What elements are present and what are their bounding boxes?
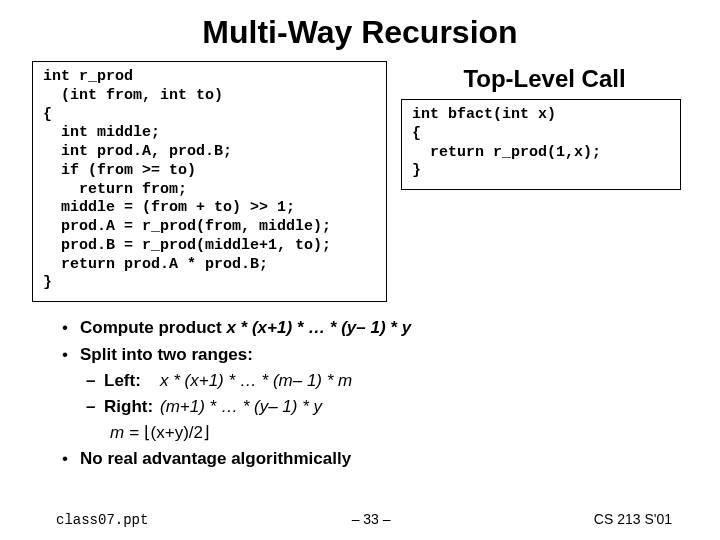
bullet-dot-icon: • — [62, 316, 80, 341]
sub-expr: (m+1) * … * (y– 1) * y — [160, 395, 322, 420]
code-right: int bfact(int x) { return r_prod(1,x); } — [412, 106, 670, 181]
bullet-compute: • Compute product x * (x+1) * … * (y– 1)… — [62, 316, 688, 341]
bullet-text: Compute product x * (x+1) * … * (y– 1) *… — [80, 316, 411, 341]
sub-label: Right: — [104, 395, 160, 420]
bullet-text: Split into two ranges: — [80, 343, 253, 368]
code-box-left: int r_prod (int from, int to) { int midd… — [32, 61, 387, 302]
subheading: Top-Level Call — [401, 65, 688, 93]
bullet-noreal: • No real advantage algorithmically — [62, 447, 688, 472]
footer-page: – 33 – — [352, 511, 391, 527]
m-prefix: m = — [110, 423, 144, 442]
sub-expr: x * (x+1) * … * (m– 1) * m — [160, 369, 352, 394]
right-column: Top-Level Call int bfact(int x) { return… — [401, 61, 688, 190]
footer-filename: class07.ppt — [56, 512, 148, 528]
dash-icon: – — [86, 395, 104, 420]
slide-title: Multi-Way Recursion — [32, 14, 688, 51]
sub-bullet-m: m = ⌊(x+y)/2⌋ — [110, 421, 688, 446]
dash-icon: – — [86, 369, 104, 394]
code-box-right: int bfact(int x) { return r_prod(1,x); } — [401, 99, 681, 190]
bullet-dot-icon: • — [62, 447, 80, 472]
bullet-split: • Split into two ranges: — [62, 343, 688, 368]
sub-label: Left: — [104, 369, 160, 394]
content-row: int r_prod (int from, int to) { int midd… — [32, 61, 688, 302]
bullet-list: • Compute product x * (x+1) * … * (y– 1)… — [62, 316, 688, 472]
m-expr: ⌊(x+y)/2⌋ — [144, 423, 210, 442]
code-left: int r_prod (int from, int to) { int midd… — [43, 68, 376, 293]
sub-bullet-right: – Right: (m+1) * … * (y– 1) * y — [86, 395, 688, 420]
footer-course: CS 213 S'01 — [594, 511, 672, 527]
slide: Multi-Way Recursion int r_prod (int from… — [0, 0, 720, 540]
bullet-text: No real advantage algorithmically — [80, 447, 351, 472]
bullet-dot-icon: • — [62, 343, 80, 368]
footer: class07.ppt – 33 – CS 213 S'01 — [0, 511, 720, 528]
sub-bullet-left: – Left: x * (x+1) * … * (m– 1) * m — [86, 369, 688, 394]
